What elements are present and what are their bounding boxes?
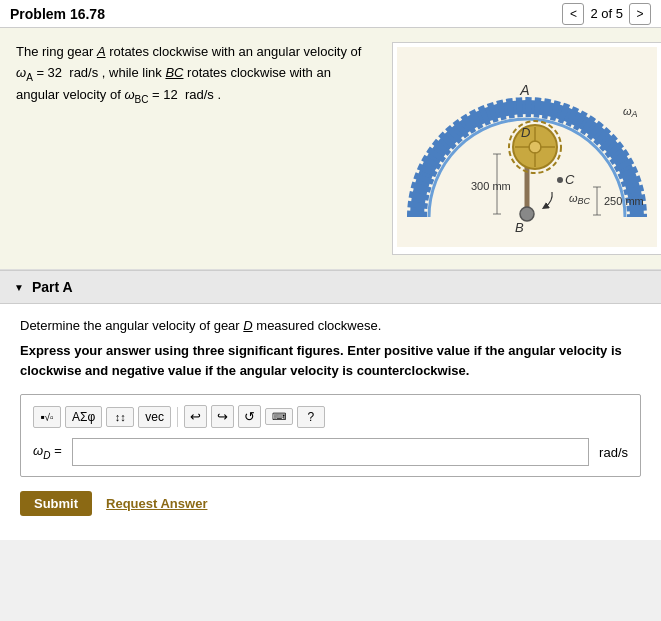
answer-box: ▪√▫ ΑΣφ ↕↕ vec ↩ ↪ ↺ ⌨ ? ωD = rad/s	[20, 394, 641, 477]
keyboard-btn[interactable]: ⌨	[265, 408, 293, 425]
reset-btn[interactable]: ↺	[238, 405, 261, 428]
page-header: Problem 16.78 < 2 of 5 >	[0, 0, 661, 28]
page-indicator: 2 of 5	[590, 6, 623, 21]
redo-btn[interactable]: ↪	[211, 405, 234, 428]
part-a-header: ▼ Part A	[0, 271, 661, 304]
problem-text: The ring gear A rotates clockwise with a…	[16, 42, 376, 108]
svg-point-2	[520, 207, 534, 221]
part-a-content: Determine the angular velocity of gear D…	[0, 304, 661, 540]
label-B: B	[515, 220, 524, 235]
request-answer-button[interactable]: Request Answer	[106, 496, 207, 511]
vec-btn[interactable]: vec	[138, 406, 171, 428]
part-a-instruction: Determine the angular velocity of gear D…	[20, 318, 641, 333]
symbol-btn[interactable]: ΑΣφ	[65, 406, 102, 428]
svg-point-10	[557, 177, 563, 183]
omega-bc-expr: ωBC = 12 rad/s	[124, 87, 213, 102]
part-a-bold-instruction: Express your answer using three signific…	[20, 341, 641, 380]
toolbar-separator	[177, 407, 178, 427]
label-250mm: 250 mm	[604, 195, 644, 207]
matrix-btn[interactable]: ▪√▫	[33, 406, 61, 428]
answer-input[interactable]	[72, 438, 590, 466]
unit-label: rad/s	[599, 445, 628, 460]
formula-toolbar: ▪√▫ ΑΣφ ↕↕ vec ↩ ↪ ↺ ⌨ ?	[33, 405, 628, 428]
input-label: ωD =	[33, 443, 62, 461]
problem-layout: The ring gear A rotates clockwise with a…	[16, 42, 645, 255]
input-row: ωD = rad/s	[33, 438, 628, 466]
undo-btn[interactable]: ↩	[184, 405, 207, 428]
svg-point-5	[529, 141, 541, 153]
help-btn[interactable]: ?	[297, 406, 325, 428]
var-A: A	[97, 44, 106, 59]
label-300mm: 300 mm	[471, 180, 511, 192]
diagram-container: A ωA B D	[392, 42, 661, 255]
omega-a-expr: ωA = 32 rad/s	[16, 65, 98, 80]
label-C: C	[565, 172, 575, 187]
var-BC: BC	[165, 65, 183, 80]
submit-button[interactable]: Submit	[20, 491, 92, 516]
problem-area: The ring gear A rotates clockwise with a…	[0, 28, 661, 270]
collapse-icon[interactable]: ▼	[14, 282, 24, 293]
problem-title: Problem 16.78	[10, 6, 105, 22]
label-A: A	[519, 82, 529, 98]
next-button[interactable]: >	[629, 3, 651, 25]
pagination-controls: < 2 of 5 >	[562, 3, 651, 25]
label-D: D	[521, 125, 530, 140]
action-buttons: Submit Request Answer	[20, 491, 641, 526]
problem-description: The ring gear A rotates clockwise with a…	[16, 42, 376, 255]
part-a-title: Part A	[32, 279, 73, 295]
problem-diagram: A ωA B D	[397, 47, 657, 247]
format-btn[interactable]: ↕↕	[106, 407, 134, 427]
prev-button[interactable]: <	[562, 3, 584, 25]
part-a-section: ▼ Part A Determine the angular velocity …	[0, 270, 661, 540]
